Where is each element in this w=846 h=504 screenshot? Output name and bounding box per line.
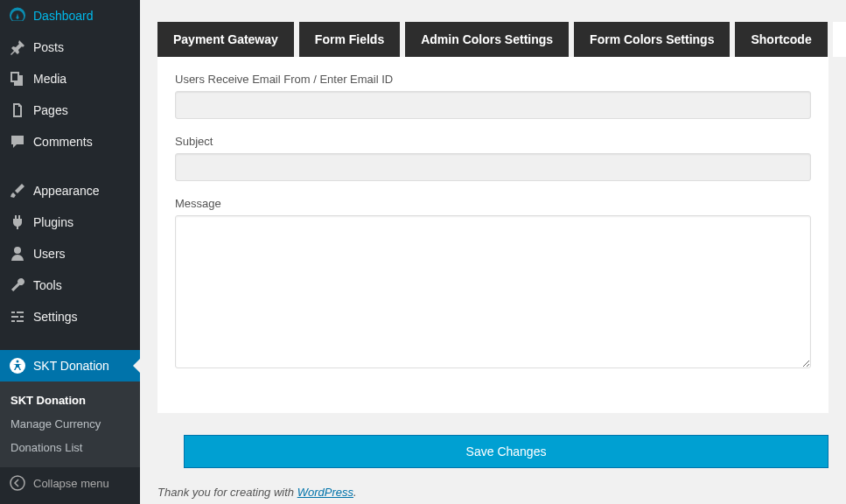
field-subject: Subject [175,135,811,181]
sidebar-item-plugins[interactable]: Plugins [0,206,140,238]
sidebar-label: Dashboard [33,9,94,23]
pin-icon [9,38,26,56]
footer-prefix: Thank you for creating with [157,486,297,499]
sidebar-item-settings[interactable]: Settings [0,301,140,332]
sidebar-item-tools[interactable]: Tools [0,270,140,301]
main-content: Payment Gateway Form Fields Admin Colors… [140,0,846,504]
tab-shortcode[interactable]: Shortcode [735,22,827,57]
sidebar-label: Plugins [33,215,73,229]
admin-sidebar: Dashboard Posts Media Pages Comments App… [0,0,140,504]
footer-suffix: . [353,486,357,499]
subject-label: Subject [175,135,811,148]
media-icon [9,70,26,88]
sidebar-item-posts[interactable]: Posts [0,32,140,63]
email-from-label: Users Receive Email From / Enter Email I… [175,73,811,86]
sidebar-item-pages[interactable]: Pages [0,94,140,126]
submenu-item-skt-donation[interactable]: SKT Donation [0,388,140,412]
message-textarea[interactable] [175,215,811,368]
subject-input[interactable] [175,153,811,181]
sidebar-label: Tools [33,278,62,292]
sidebar-label: SKT Donation [33,359,109,373]
sidebar-item-media[interactable]: Media [0,63,140,94]
tab-admin-colors[interactable]: Admin Colors Settings [405,22,569,57]
plug-icon [9,214,26,231]
tab-form-fields[interactable]: Form Fields [299,22,400,57]
sidebar-label: Posts [33,40,64,54]
sidebar-label: Media [33,72,66,86]
collapse-label: Collapse menu [33,477,109,490]
collapse-icon [9,474,26,492]
field-message: Message [175,197,811,371]
svg-point-1 [17,360,19,363]
sidebar-label: Comments [33,135,93,149]
sidebar-item-dashboard[interactable]: Dashboard [0,0,140,32]
sidebar-label: Users [33,247,66,261]
sidebar-item-skt-donation[interactable]: SKT Donation [0,350,140,382]
wrench-icon [9,276,26,294]
gauge-icon [9,7,26,24]
sidebar-item-comments[interactable]: Comments [0,126,140,158]
accessibility-icon [9,357,26,374]
collapse-menu[interactable]: Collapse menu [0,466,140,499]
sidebar-label: Pages [33,103,68,117]
submenu-item-manage-currency[interactable]: Manage Currency [0,412,140,436]
brush-icon [9,182,26,200]
sidebar-submenu: SKT Donation Manage Currency Donations L… [0,382,140,466]
tab-manage-email[interactable]: Manage Email Setting [833,22,846,57]
message-label: Message [175,197,811,210]
save-changes-button[interactable]: Save Changes [184,435,829,468]
footer-wordpress-link[interactable]: WordPress [297,486,353,499]
footer: Thank you for creating with WordPress. [157,468,829,504]
sidebar-item-users[interactable]: Users [0,238,140,270]
settings-tabs: Payment Gateway Form Fields Admin Colors… [157,22,829,57]
sidebar-label: Settings [33,310,78,324]
field-email-from: Users Receive Email From / Enter Email I… [175,73,811,119]
sliders-icon [9,308,26,326]
pages-icon [9,102,26,119]
comment-icon [9,133,26,150]
user-icon [9,245,26,262]
sidebar-item-appearance[interactable]: Appearance [0,175,140,206]
tab-form-colors[interactable]: Form Colors Settings [574,22,730,57]
submenu-item-donations-list[interactable]: Donations List [0,436,140,459]
svg-point-2 [10,476,24,490]
tab-payment-gateway[interactable]: Payment Gateway [157,22,294,57]
email-from-input[interactable] [175,91,811,119]
sidebar-label: Appearance [33,184,100,198]
email-settings-panel: Users Receive Email From / Enter Email I… [157,57,829,413]
